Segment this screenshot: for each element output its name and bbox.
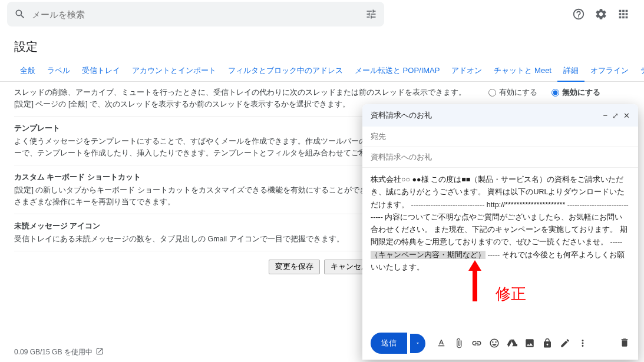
settings-tabs: 全般 ラベル 受信トレイ アカウントとインポート フィルタとブロック中のアドレス… (0, 61, 644, 82)
compose-body[interactable]: 株式会社○○ ●●様 この度は■■（製品・サービス名）の資料をご請求いただき、誠… (362, 168, 638, 328)
search-box[interactable] (7, 2, 384, 26)
compose-window: 資料請求へのお礼 − ⤢ ✕ 宛先 資料請求へのお礼 株式会社○○ ●●様 この… (362, 104, 638, 360)
option-disable[interactable]: 無効にする (551, 88, 600, 98)
top-icons (572, 8, 637, 21)
tab-filters[interactable]: フィルタとブロック中のアドレス (222, 61, 349, 81)
option-enable[interactable]: 有効にする (488, 88, 537, 98)
drive-icon[interactable] (507, 338, 517, 348)
link-icon[interactable] (471, 338, 482, 348)
tab-inbox[interactable]: 受信トレイ (76, 61, 126, 81)
compose-controls: − ⤢ ✕ (603, 111, 630, 120)
storage-text: 0.09 GB/15 GB を使用中 (14, 347, 93, 357)
format-tools (436, 338, 617, 348)
gear-icon[interactable] (595, 8, 607, 21)
compose-subject-field[interactable]: 資料請求へのお礼 (362, 147, 638, 168)
lock-icon[interactable] (542, 338, 553, 348)
option-disable-label: 無効にする (562, 88, 600, 98)
compose-title: 資料請求へのお礼 (371, 110, 603, 121)
tab-labels[interactable]: ラベル (41, 61, 76, 81)
top-bar (0, 0, 644, 28)
save-button[interactable]: 変更を保存 (269, 260, 320, 274)
help-icon[interactable] (572, 8, 585, 21)
compose-to-field[interactable]: 宛先 (362, 127, 638, 147)
compose-header[interactable]: 資料請求へのお礼 − ⤢ ✕ (362, 104, 638, 127)
format-icon[interactable] (436, 338, 447, 348)
minimize-icon[interactable]: − (603, 111, 607, 120)
fullscreen-icon[interactable]: ⤢ (612, 111, 619, 120)
tab-general[interactable]: 全般 (14, 61, 41, 81)
tab-advanced[interactable]: 詳細 (557, 61, 584, 82)
compose-trailing (619, 337, 630, 350)
tab-addons[interactable]: アドオン (445, 61, 488, 81)
body-text-1: 株式会社○○ ●●様 この度は■■（製品・サービス名）の資料をご請求いただき、誠… (371, 175, 629, 246)
option-enable-label: 有効にする (499, 88, 537, 98)
image-icon[interactable] (524, 338, 535, 348)
compose-toolbar: 送信 (362, 328, 638, 360)
tab-accounts[interactable]: アカウントとインポート (126, 61, 222, 81)
send-dropdown[interactable] (410, 334, 425, 353)
tab-chat[interactable]: チャットと Meet (488, 61, 557, 81)
page-title: 設定 (0, 28, 644, 61)
external-icon[interactable] (95, 347, 104, 356)
attach-icon[interactable] (454, 338, 464, 348)
body-highlight: （キャンペーン内容・期間など） (371, 251, 486, 259)
tab-themes[interactable]: テーマ (635, 61, 644, 81)
search-input[interactable] (32, 9, 365, 19)
tune-icon[interactable] (365, 8, 377, 20)
tab-forwarding[interactable]: メール転送と POP/IMAP (349, 61, 445, 81)
send-button[interactable]: 送信 (371, 333, 407, 354)
close-icon[interactable]: ✕ (623, 111, 630, 120)
trash-icon[interactable] (619, 337, 630, 348)
pen-icon[interactable] (560, 338, 570, 348)
apps-icon[interactable] (617, 8, 630, 21)
more-icon[interactable] (577, 338, 588, 348)
emoji-icon[interactable] (489, 338, 500, 348)
setting-text: 受信トレイにある未読メッセージの数を、タブ見出しの Gmail アイコンで一目で… (14, 235, 344, 243)
tab-offline[interactable]: オフライン (584, 61, 635, 81)
search-icon (14, 8, 26, 20)
